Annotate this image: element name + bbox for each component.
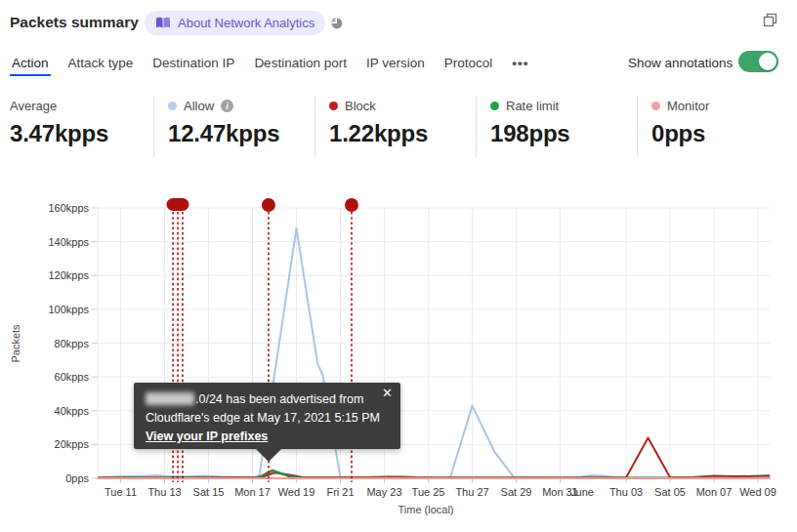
x-tick-label: Mon 17 bbox=[234, 486, 271, 498]
badge-label: About Network Analytics bbox=[178, 16, 315, 30]
stat-monitor: Monitor 0pps bbox=[651, 98, 709, 147]
x-tick-label: Thu 13 bbox=[147, 486, 181, 498]
stat-divider bbox=[637, 96, 638, 157]
x-tick-label: Mon 07 bbox=[696, 486, 733, 498]
y-tick-label: 0pps bbox=[65, 472, 89, 484]
rate-limit-dot bbox=[490, 102, 499, 110]
stat-divider bbox=[153, 96, 154, 157]
page-title: Packets summary bbox=[10, 14, 139, 31]
packets-chart[interactable]: 0pps20kpps40kpps60kpps80kpps100kpps120kp… bbox=[0, 190, 797, 532]
x-tick-label: Thu 27 bbox=[455, 486, 488, 498]
more-tabs-button[interactable]: ••• bbox=[512, 54, 528, 73]
y-tick-label: 160kpps bbox=[48, 202, 89, 214]
tooltip-line1: .0/24 has been advertised from bbox=[146, 390, 389, 409]
expand-window-icon[interactable] bbox=[763, 13, 777, 31]
x-tick-label: Fri 21 bbox=[326, 486, 354, 498]
pie-chart-icon[interactable] bbox=[330, 17, 344, 34]
y-axis-title: Packets bbox=[10, 324, 21, 363]
stat-label: Allow bbox=[184, 99, 214, 113]
stat-value: 12.47kpps bbox=[168, 120, 279, 147]
stat-value: 1.22kpps bbox=[329, 120, 428, 147]
x-axis-title: Time (local) bbox=[398, 504, 453, 515]
tab-destination-ip[interactable]: Destination IP bbox=[152, 54, 234, 73]
monitor-dot bbox=[651, 102, 660, 110]
tooltip-line2: Cloudflare's edge at May 17, 2021 5:15 P… bbox=[146, 409, 389, 428]
x-tick-label: Thu 03 bbox=[609, 486, 643, 498]
x-tick-label: Sat 15 bbox=[193, 486, 225, 498]
stat-value: 0pps bbox=[651, 120, 709, 147]
annotation-tooltip: ✕ .0/24 has been advertised from Cloudfl… bbox=[134, 383, 400, 449]
toggle-knob bbox=[759, 53, 776, 70]
y-tick-label: 120kpps bbox=[48, 269, 89, 281]
show-annotations-label: Show annotations bbox=[628, 56, 733, 70]
info-icon[interactable]: i bbox=[221, 100, 233, 112]
book-icon bbox=[155, 17, 171, 29]
tab-ip-version[interactable]: IP version bbox=[366, 54, 425, 73]
stat-allow: Allow i 12.47kpps bbox=[168, 98, 279, 147]
y-tick-label: 40kpps bbox=[55, 405, 90, 417]
y-tick-label: 20kpps bbox=[55, 438, 90, 450]
y-tick-label: 60kpps bbox=[55, 371, 90, 383]
annotation-marker-dot[interactable] bbox=[262, 198, 275, 212]
allow-dot bbox=[168, 102, 177, 110]
x-tick-label: Wed 09 bbox=[739, 486, 776, 498]
x-tick-label: Wed 19 bbox=[278, 486, 315, 498]
stat-label: Monitor bbox=[667, 99, 709, 113]
y-tick-label: 80kpps bbox=[55, 338, 90, 349]
stat-label: Rate limit bbox=[506, 99, 559, 113]
x-tick-label: Tue 25 bbox=[412, 486, 445, 498]
stat-label: Block bbox=[345, 99, 376, 113]
tab-attack-type[interactable]: Attack type bbox=[68, 54, 134, 73]
stat-average: Average 3.47kpps bbox=[10, 98, 108, 147]
view-ip-prefixes-link[interactable]: View your IP prefixes bbox=[146, 430, 268, 443]
x-tick-label: Tue 11 bbox=[105, 486, 137, 498]
annotation-marker-pill[interactable] bbox=[167, 198, 189, 211]
tab-action[interactable]: Action bbox=[12, 54, 49, 73]
x-tick-label: Sat 29 bbox=[501, 486, 532, 498]
about-network-analytics-badge[interactable]: About Network Analytics bbox=[145, 11, 325, 35]
stat-divider bbox=[315, 96, 315, 157]
x-tick-label: Sat 05 bbox=[654, 486, 686, 498]
stat-value: 3.47kpps bbox=[10, 120, 108, 147]
stat-block: Block 1.22kpps bbox=[329, 98, 428, 147]
y-tick-label: 140kpps bbox=[48, 236, 89, 248]
stat-divider bbox=[476, 96, 477, 157]
redacted-ip bbox=[146, 392, 194, 405]
block-dot bbox=[329, 102, 338, 110]
tab-destination-port[interactable]: Destination port bbox=[254, 54, 347, 73]
tab-bar: Action Attack type Destination IP Destin… bbox=[12, 54, 528, 73]
x-tick-label: May 23 bbox=[366, 486, 401, 498]
stat-label: Average bbox=[10, 99, 57, 113]
stat-rate-limit: Rate limit 198pps bbox=[490, 98, 570, 147]
close-icon[interactable]: ✕ bbox=[382, 387, 393, 400]
packets-summary-panel: Packets summary About Network Analytics … bbox=[0, 0, 797, 532]
y-tick-label: 100kpps bbox=[48, 304, 89, 315]
stat-value: 198pps bbox=[490, 120, 570, 147]
show-annotations-toggle[interactable] bbox=[738, 51, 778, 72]
tab-protocol[interactable]: Protocol bbox=[444, 54, 493, 73]
x-month-label: June bbox=[570, 486, 594, 498]
annotation-marker-dot[interactable] bbox=[345, 198, 358, 212]
